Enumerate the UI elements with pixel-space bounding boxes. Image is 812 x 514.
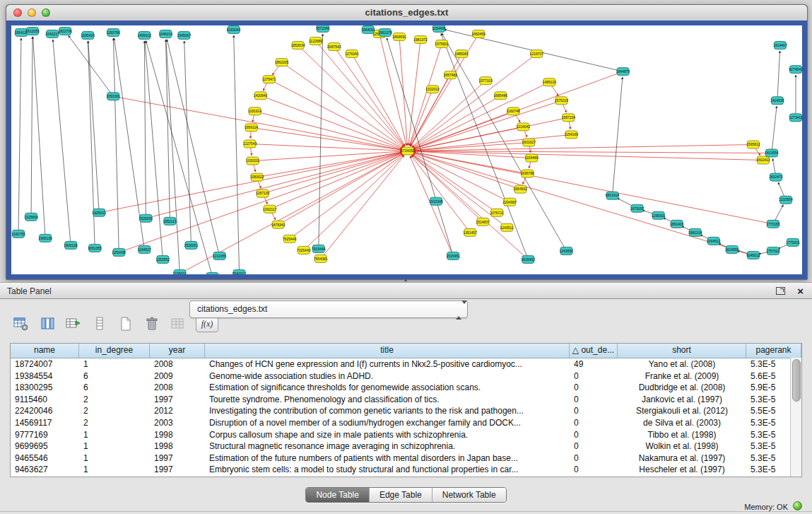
table-row[interactable]: 1938455462009Genome-wide association stu… [11,370,801,382]
column-header-name[interactable]: name [11,344,79,358]
graph-node[interactable]: 1122680 [309,37,322,45]
graph-node[interactable]: 1695786 [521,170,535,177]
graph-node[interactable]: 1806043 [206,272,220,274]
graph-node[interactable]: 1601627 [522,139,536,146]
graph-node[interactable]: 2526051 [184,241,199,249]
tab-network-table[interactable]: Network Table [432,488,506,502]
graph-node[interactable]: 1925001 [92,209,106,216]
graph-node[interactable]: 1602413 [756,156,770,164]
table-row[interactable]: 911546021997Tourette syndrome. Phenomeno… [11,394,801,406]
graph-node[interactable]: 1514837 [476,218,490,226]
table-row[interactable]: 977716911998Corpus callosum shape and si… [11,429,801,441]
graph-node[interactable]: 1046214 [159,30,173,38]
graph-node[interactable]: 1879343 [271,221,286,228]
graph-node[interactable]: 1083022 [250,173,264,181]
close-panel-icon[interactable]: × [797,285,804,298]
scrollbar-thumb[interactable] [792,359,801,402]
graph-node[interactable]: 1030755 [11,230,25,238]
graph-node[interactable]: 9274541 [789,66,802,74]
graph-node[interactable]: 1654932 [514,185,528,193]
network-graph[interactable]: 1724052185303418622051275471142094011819… [11,25,802,274]
graph-node[interactable]: 1685486 [494,92,508,100]
column-header-short[interactable]: short [618,344,746,358]
graph-node[interactable]: 1154469 [525,154,539,162]
graph-node[interactable]: 1862205 [275,59,289,66]
graph-node[interactable]: 1485120 [543,78,557,86]
graph-node[interactable]: 1181914 [248,107,261,115]
graph-node[interactable]: 1076721 [490,209,504,216]
graph-node[interactable]: 1824550 [725,245,739,253]
graph-node[interactable]: 1602473 [769,173,783,181]
graph-node[interactable]: 1952221 [163,217,177,225]
graph-node[interactable]: 2526050 [139,214,153,222]
graph-node[interactable]: 1679197 [630,204,645,212]
graph-node[interactable]: 1961378 [378,29,392,37]
import-table-button[interactable] [65,315,82,332]
graph-node[interactable]: 1812055 [25,28,40,35]
graph-node[interactable]: 8183043 [227,26,241,34]
table-row[interactable]: 1456911722003Disruption of a novel membe… [11,417,801,429]
graph-node[interactable]: 9542012 [233,269,247,274]
table-row[interactable]: 1830029562008Estimation of significance … [11,382,801,394]
graph-node[interactable]: 1669591 [392,33,406,41]
graph-node[interactable]: 7915444 [312,245,326,252]
graph-node[interactable]: 1459102 [138,32,152,40]
graph-node[interactable]: 9245012 [746,251,760,259]
graph-node[interactable]: 1945067 [177,32,192,40]
graph-node[interactable]: 1770165 [766,220,780,228]
graph-node[interactable]: 2053361 [107,93,121,100]
graph-node[interactable]: 1243550 [560,247,574,255]
delete-column-button[interactable] [143,315,160,332]
graph-node[interactable]: 1420940 [254,92,268,100]
graph-node[interactable]: 2043217 [45,30,59,38]
network-canvas[interactable]: 1724052185303418622051275471142094011819… [11,25,802,274]
graph-node[interactable]: 7325443 [297,246,311,254]
graph-node[interactable]: 1587234 [562,114,576,122]
graph-node[interactable]: 1757023 [766,247,780,255]
graph-node[interactable]: 1273411 [789,114,802,122]
column-header-pagerank[interactable]: pagerank [746,344,801,358]
graph-node[interactable]: 1775301 [786,238,800,246]
graph-node[interactable]: 1295301 [652,211,666,219]
graph-node[interactable]: 1227543 [243,140,257,148]
table-row[interactable]: 946362711997Embryonic stem cells: a mode… [11,464,801,476]
graph-node[interactable]: 1413554 [765,149,779,157]
column-header-in_degree[interactable]: in_degree [79,344,150,358]
show-columns-button[interactable] [39,315,56,332]
graph-node[interactable]: 1216042 [517,123,531,131]
window-titlebar[interactable]: citations_edges.txt [6,5,807,21]
graph-node[interactable]: 1243511 [500,223,514,231]
graph-node[interactable]: 6801914 [606,192,620,199]
graph-node[interactable]: 1254435 [112,248,126,256]
graph-node[interactable]: 1900126 [64,241,78,249]
tab-edge-table[interactable]: Edge Table [369,488,432,502]
row-height-button[interactable] [91,315,108,332]
graph-node[interactable]: 1267130 [256,189,270,197]
graph-node[interactable]: 1154408 [433,25,446,33]
graph-node[interactable]: 1660459 [471,30,486,38]
graph-node[interactable]: 1595812 [746,141,760,148]
graph-node[interactable]: 1276341 [345,50,359,58]
graph-node[interactable]: 1210554 [779,196,793,204]
table-row[interactable]: 969969511998Structural magnetic resonanc… [11,440,801,452]
graph-node[interactable]: 1905139 [38,234,52,242]
graph-node[interactable]: 9051355 [88,244,102,252]
graph-node[interactable]: 1822706 [58,28,72,35]
graph-node[interactable]: 1212055 [213,252,227,259]
graph-node[interactable]: 1577103 [478,77,493,85]
graph-node[interactable]: 1002117 [263,205,276,213]
graph-node[interactable]: 1891403 [670,220,684,228]
graph-node[interactable]: 1485083 [454,50,469,58]
table-vertical-scrollbar[interactable] [790,358,801,477]
graph-node[interactable]: 1194527 [138,245,151,253]
graph-node[interactable]: 1414039 [770,97,784,105]
graph-node[interactable]: 1956114 [245,124,258,132]
table-settings-button[interactable] [13,315,30,332]
graph-node[interactable]: 1664091 [361,26,375,34]
column-header-title[interactable]: title [205,344,570,358]
graph-node[interactable]: 2158201 [173,269,187,274]
float-panel-icon[interactable] [776,287,785,295]
graph-node[interactable]: 1935420 [81,32,95,40]
graph-node[interactable]: 1853034 [291,42,305,49]
graph-node[interactable]: 7654381 [314,255,328,262]
